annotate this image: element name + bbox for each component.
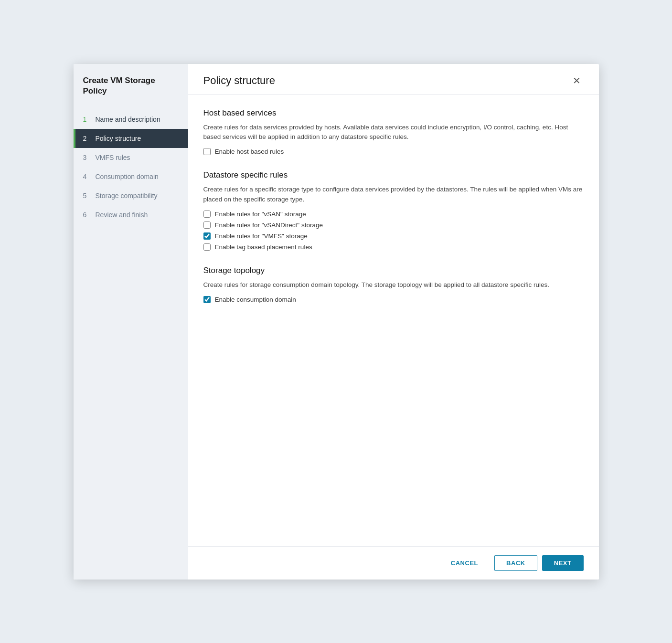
step-number-2: 3 bbox=[83, 154, 91, 161]
step-label-4: Storage compatibility bbox=[96, 192, 158, 200]
steps-list: 1Name and description2Policy structure3V… bbox=[74, 110, 188, 224]
main-header: Policy structure ✕ bbox=[188, 64, 599, 95]
checkbox-label-cb-vmfs[interactable]: Enable rules for "VMFS" storage bbox=[215, 232, 308, 240]
section-desc-1: Create rules for a specific storage type… bbox=[203, 185, 584, 205]
step-number-1: 2 bbox=[83, 135, 91, 142]
sidebar-step-1[interactable]: 2Policy structure bbox=[74, 129, 188, 148]
section-desc-2: Create rules for storage consumption dom… bbox=[203, 280, 584, 290]
checkbox-label-cb-host[interactable]: Enable host based rules bbox=[215, 148, 284, 155]
checkbox-row-cb-host: Enable host based rules bbox=[203, 148, 584, 155]
sidebar-step-4[interactable]: 5Storage compatibility bbox=[74, 186, 188, 205]
page-title: Policy structure bbox=[203, 74, 275, 87]
checkbox-row-cb-vmfs: Enable rules for "VMFS" storage bbox=[203, 232, 584, 240]
step-number-0: 1 bbox=[83, 116, 91, 123]
checkbox-cb-host[interactable] bbox=[203, 148, 211, 155]
section-desc-0: Create rules for data services provided … bbox=[203, 123, 584, 143]
checkbox-cb-vsandirect[interactable] bbox=[203, 221, 211, 229]
checkbox-label-cb-tag[interactable]: Enable tag based placement rules bbox=[215, 243, 312, 251]
step-label-5: Review and finish bbox=[96, 211, 148, 219]
sidebar-step-2[interactable]: 3VMFS rules bbox=[74, 148, 188, 167]
checkbox-cb-tag[interactable] bbox=[203, 243, 211, 251]
section-title-1: Datastore specific rules bbox=[203, 170, 584, 180]
dialog-title: Create VM Storage Policy bbox=[74, 64, 188, 110]
sidebar-step-5[interactable]: 6Review and finish bbox=[74, 205, 188, 224]
step-number-4: 5 bbox=[83, 192, 91, 200]
section-datastore-specific: Datastore specific rulesCreate rules for… bbox=[203, 170, 584, 251]
checkbox-cb-vsan[interactable] bbox=[203, 211, 211, 218]
checkbox-label-cb-vsan[interactable]: Enable rules for "vSAN" storage bbox=[215, 211, 306, 218]
step-label-3: Consumption domain bbox=[96, 173, 159, 180]
step-number-5: 6 bbox=[83, 211, 91, 219]
checkbox-label-cb-vsandirect[interactable]: Enable rules for "vSANDirect" storage bbox=[215, 221, 323, 229]
sidebar: Create VM Storage Policy 1Name and descr… bbox=[74, 64, 188, 580]
sidebar-step-0[interactable]: 1Name and description bbox=[74, 110, 188, 129]
step-number-3: 4 bbox=[83, 173, 91, 180]
step-label-0: Name and description bbox=[96, 116, 160, 123]
close-button[interactable]: ✕ bbox=[570, 75, 584, 86]
checkbox-cb-vmfs[interactable] bbox=[203, 232, 211, 240]
step-label-2: VMFS rules bbox=[96, 154, 130, 161]
back-button[interactable]: BACK bbox=[494, 555, 537, 571]
cancel-button[interactable]: CANCEL bbox=[439, 555, 490, 571]
checkbox-row-cb-tag: Enable tag based placement rules bbox=[203, 243, 584, 251]
main-body: Host based servicesCreate rules for data… bbox=[188, 95, 599, 546]
section-storage-topology: Storage topologyCreate rules for storage… bbox=[203, 266, 584, 303]
checkbox-row-cb-vsan: Enable rules for "vSAN" storage bbox=[203, 211, 584, 218]
section-title-0: Host based services bbox=[203, 108, 584, 118]
active-step-bar bbox=[74, 129, 75, 148]
main-footer: CANCEL BACK NEXT bbox=[188, 546, 599, 580]
checkbox-row-cb-vsandirect: Enable rules for "vSANDirect" storage bbox=[203, 221, 584, 229]
next-button[interactable]: NEXT bbox=[542, 555, 584, 571]
sidebar-step-3[interactable]: 4Consumption domain bbox=[74, 167, 188, 186]
checkbox-row-cb-consumption: Enable consumption domain bbox=[203, 296, 584, 303]
create-vm-storage-policy-dialog: Create VM Storage Policy 1Name and descr… bbox=[74, 64, 599, 580]
step-label-1: Policy structure bbox=[96, 135, 141, 142]
section-host-based: Host based servicesCreate rules for data… bbox=[203, 108, 584, 156]
section-title-2: Storage topology bbox=[203, 266, 584, 275]
main-panel: Policy structure ✕ Host based servicesCr… bbox=[188, 64, 599, 580]
checkbox-cb-consumption[interactable] bbox=[203, 296, 211, 303]
checkbox-label-cb-consumption[interactable]: Enable consumption domain bbox=[215, 296, 296, 303]
